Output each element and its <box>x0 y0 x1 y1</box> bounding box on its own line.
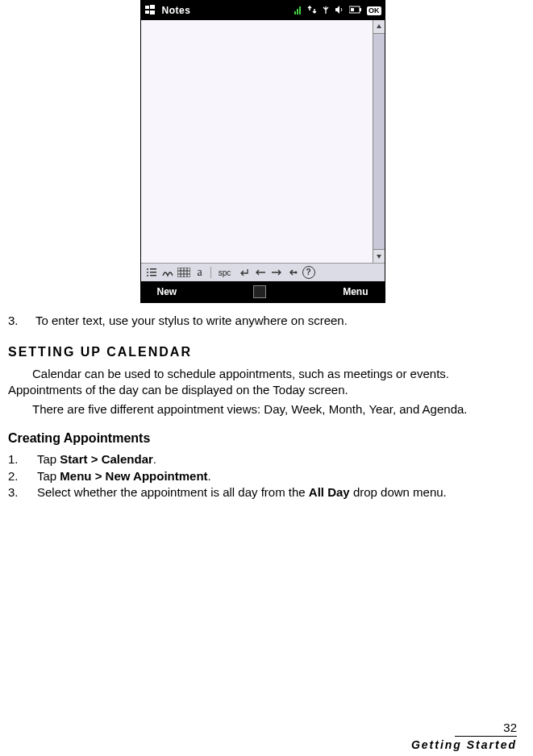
step-number: 3. <box>8 313 19 329</box>
svg-rect-5 <box>297 9 298 15</box>
list-item: Tap Menu > New Appointment. <box>8 468 517 484</box>
help-icon[interactable]: ? <box>302 266 316 279</box>
svg-point-22 <box>294 272 297 274</box>
list-icon[interactable] <box>144 266 159 279</box>
page-number: 32 <box>455 721 517 737</box>
svg-rect-3 <box>150 10 155 15</box>
backspace-icon[interactable] <box>285 266 300 279</box>
enter-icon[interactable] <box>237 266 252 279</box>
step-text: To enter text, use your stylus to write … <box>35 313 348 329</box>
softkey-center-icon[interactable] <box>253 285 266 298</box>
app-title: Notes <box>162 5 191 16</box>
device-screenshot: Notes OK <box>140 0 385 303</box>
paragraph: There are five different appointment vie… <box>8 401 517 417</box>
windows-start-icon[interactable] <box>144 4 157 17</box>
svg-rect-4 <box>294 11 296 15</box>
svg-rect-15 <box>150 275 156 276</box>
svg-rect-1 <box>150 5 155 9</box>
softkey-bar: New Menu <box>141 281 385 302</box>
svg-point-12 <box>147 272 148 273</box>
volume-icon <box>335 5 344 17</box>
softkey-new[interactable]: New <box>157 286 177 297</box>
svg-rect-8 <box>360 8 361 11</box>
spc-button[interactable]: spc <box>214 266 235 279</box>
vertical-scrollbar[interactable] <box>373 20 385 263</box>
step-3-line: 3. To enter text, use your stylus to wri… <box>8 313 517 329</box>
list-item: Tap Start > Calendar. <box>8 451 517 467</box>
softkey-menu[interactable]: Menu <box>343 286 368 297</box>
arrow-right-icon[interactable] <box>269 266 284 279</box>
svg-point-10 <box>147 268 148 270</box>
note-canvas[interactable] <box>141 20 385 263</box>
keyboard-icon[interactable] <box>177 266 191 279</box>
page-footer: 32 Getting Started <box>411 721 517 751</box>
paragraph: Calendar can be used to schedule appoint… <box>8 366 517 399</box>
svg-rect-6 <box>299 6 301 15</box>
battery-icon <box>349 5 362 16</box>
section-heading: Setting up Calendar <box>8 343 517 361</box>
connectivity-icon <box>307 5 317 17</box>
status-tray: OK <box>294 5 381 17</box>
scroll-up-icon[interactable] <box>373 20 385 34</box>
svg-rect-0 <box>145 6 149 9</box>
svg-rect-7 <box>349 6 360 13</box>
letter-a-button[interactable]: a <box>193 266 207 279</box>
svg-rect-13 <box>150 272 156 273</box>
list-item: Select whether the appointment is all da… <box>8 484 517 501</box>
antenna-icon <box>322 5 330 17</box>
svg-rect-9 <box>351 8 354 11</box>
svg-rect-2 <box>145 10 149 14</box>
signal-icon <box>294 5 302 17</box>
handwriting-icon[interactable] <box>160 266 175 279</box>
footer-chapter: Getting Started <box>411 738 517 751</box>
input-toolbar: a spc ? <box>141 263 385 281</box>
arrow-left-icon[interactable] <box>253 266 268 279</box>
scroll-down-icon[interactable] <box>373 249 385 263</box>
svg-rect-11 <box>150 268 156 270</box>
steps-list: Tap Start > Calendar. Tap Menu > New App… <box>8 451 517 501</box>
ok-button[interactable]: OK <box>367 6 381 15</box>
svg-point-14 <box>147 275 148 276</box>
sub-heading: Creating Appointments <box>8 430 517 447</box>
device-titlebar: Notes OK <box>141 1 385 20</box>
